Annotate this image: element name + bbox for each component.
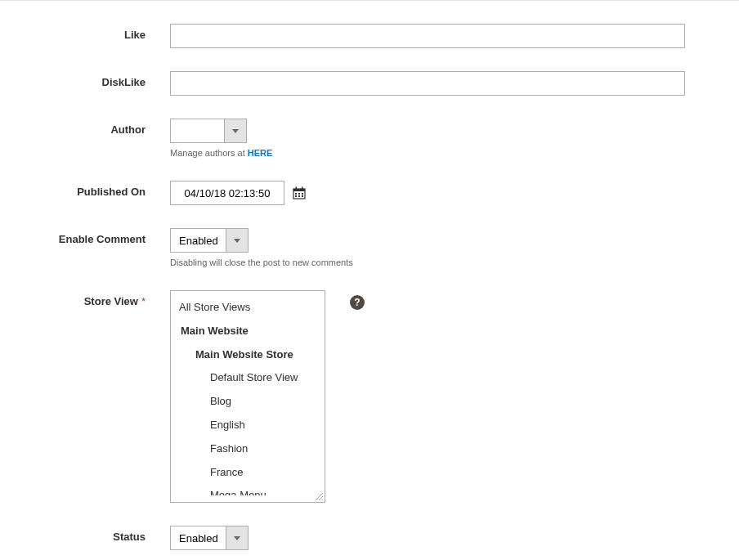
enable-comment-hint: Disabling will close the post to new com… (170, 258, 685, 267)
help-icon[interactable]: ? (350, 295, 365, 310)
store-view-multiselect[interactable]: All Store ViewsMain WebsiteMain Website … (170, 290, 325, 503)
store-view-option[interactable]: France (171, 461, 325, 485)
published-on-input[interactable] (170, 181, 284, 205)
store-view-option[interactable]: Blog (171, 390, 325, 414)
store-view-option[interactable]: Fashion (171, 437, 325, 461)
svg-line-10 (316, 493, 323, 500)
enable-comment-select[interactable]: Enabled (170, 228, 249, 253)
calendar-icon[interactable] (293, 186, 306, 199)
disklike-label: DiskLike (0, 71, 170, 88)
required-marker: * (141, 295, 146, 307)
svg-rect-1 (293, 189, 305, 191)
resize-handle-icon[interactable] (314, 491, 324, 501)
enable-comment-label: Enable Comment (0, 228, 170, 245)
store-view-option[interactable]: Default Store View (171, 366, 325, 390)
svg-rect-3 (302, 187, 303, 190)
store-view-option[interactable]: Main Website Store (171, 343, 325, 367)
like-input[interactable] (170, 24, 685, 48)
svg-rect-5 (298, 193, 300, 195)
svg-rect-6 (302, 193, 303, 195)
author-hint: Manage authors at HERE (170, 148, 685, 158)
store-view-option[interactable]: Mega Menu (171, 484, 325, 495)
svg-rect-9 (302, 195, 303, 197)
store-view-option[interactable]: Main Website (171, 320, 325, 343)
author-label: Author (0, 119, 170, 136)
svg-rect-2 (296, 187, 298, 190)
svg-rect-4 (295, 193, 297, 195)
store-view-option[interactable]: All Store Views (171, 296, 325, 320)
svg-line-12 (322, 500, 323, 500)
published-on-label: Published On (0, 181, 170, 198)
disklike-input[interactable] (170, 71, 685, 96)
svg-rect-8 (298, 195, 300, 197)
store-view-option[interactable]: English (171, 414, 325, 437)
status-select[interactable]: Enabled (170, 526, 249, 550)
like-label: Like (0, 24, 170, 41)
svg-rect-7 (295, 195, 297, 197)
author-manage-link[interactable]: HERE (248, 148, 273, 158)
status-label: Status (0, 526, 170, 543)
store-view-label: Store View* (0, 290, 170, 307)
author-select[interactable] (170, 119, 247, 143)
